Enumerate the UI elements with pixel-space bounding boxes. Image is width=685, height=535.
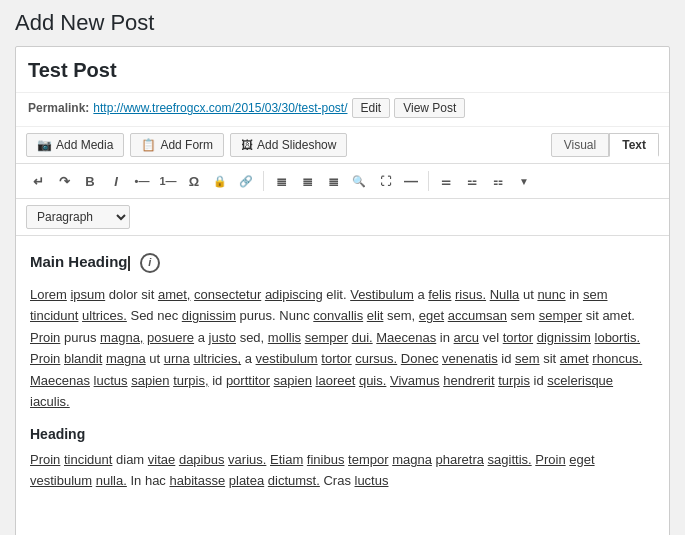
link-elit[interactable]: elit	[367, 308, 384, 323]
link-sapien2[interactable]: sapien	[274, 373, 312, 388]
link-risus[interactable]: risus.	[455, 287, 486, 302]
link-semper2[interactable]: semper	[305, 330, 348, 345]
link-varius[interactable]: varius.	[228, 452, 266, 467]
numbered-list-button[interactable]: 1—	[156, 169, 180, 193]
link-tincidunt[interactable]: tincidunt	[30, 308, 78, 323]
link-vestibulum[interactable]: Vestibulum	[350, 287, 414, 302]
link-dictumst[interactable]: dictumst.	[268, 473, 320, 488]
link-cursus[interactable]: cursus.	[355, 351, 397, 366]
link-quis[interactable]: quis.	[359, 373, 386, 388]
link-semper[interactable]: semper	[539, 308, 582, 323]
link-felis[interactable]: felis	[428, 287, 451, 302]
link-lobortis[interactable]: lobortis.	[595, 330, 641, 345]
link-amet[interactable]: amet,	[158, 287, 191, 302]
link-lorem[interactable]: Lorem	[30, 287, 67, 302]
italic-button[interactable]: I	[104, 169, 128, 193]
hr-button[interactable]: —	[399, 169, 423, 193]
more-options-button[interactable]: ▼	[512, 169, 536, 193]
link-vestibulum2[interactable]: vestibulum	[30, 473, 92, 488]
table-button-2[interactable]: ⚍	[460, 169, 484, 193]
view-post-button[interactable]: View Post	[394, 98, 465, 118]
image-button[interactable]: ⛶	[373, 169, 397, 193]
link-ipsum[interactable]: ipsum	[70, 287, 105, 302]
link-button[interactable]: 🔗	[234, 169, 258, 193]
link-maecenas[interactable]: Maecenas	[376, 330, 436, 345]
link-donec[interactable]: Donec	[401, 351, 439, 366]
post-title-input[interactable]	[28, 57, 657, 84]
tab-text[interactable]: Text	[609, 133, 659, 157]
link-proin4[interactable]: Proin	[535, 452, 565, 467]
link-finibus[interactable]: finibus	[307, 452, 345, 467]
link-adipiscing[interactable]: adipiscing	[265, 287, 323, 302]
undo-button[interactable]: ↵	[26, 169, 50, 193]
link-magna3[interactable]: magna	[392, 452, 432, 467]
omega-button[interactable]: Ω	[182, 169, 206, 193]
link-sem2[interactable]: sem	[515, 351, 540, 366]
add-slideshow-button[interactable]: 🖼 Add Slideshow	[230, 133, 347, 157]
redo-button[interactable]: ↷	[52, 169, 76, 193]
bullet-list-button[interactable]: •—	[130, 169, 154, 193]
link-luctus2[interactable]: luctus	[355, 473, 389, 488]
editor-body[interactable]: Main Heading Lorem ipsum dolor sit amet,…	[16, 236, 669, 535]
edit-permalink-button[interactable]: Edit	[352, 98, 391, 118]
link-eget[interactable]: eget	[419, 308, 444, 323]
link-dapibus[interactable]: dapibus	[179, 452, 225, 467]
link-rhoncus[interactable]: rhoncus.	[592, 351, 642, 366]
link-ultricies[interactable]: ultricies,	[193, 351, 241, 366]
align-right-button[interactable]: ≣	[321, 169, 345, 193]
align-center-button[interactable]: ≣	[295, 169, 319, 193]
link-arcu[interactable]: arcu	[454, 330, 479, 345]
link-vivamus[interactable]: Vivamus	[390, 373, 440, 388]
link-hendrerit[interactable]: hendrerit	[443, 373, 494, 388]
link-laoreet[interactable]: laoreet	[316, 373, 356, 388]
link-proin2[interactable]: Proin	[30, 351, 60, 366]
link-sem[interactable]: sem	[583, 287, 608, 302]
link-sagittis[interactable]: sagittis.	[488, 452, 532, 467]
align-left-button[interactable]: ≣	[269, 169, 293, 193]
link-iaculis[interactable]: iaculis.	[30, 394, 70, 409]
search-replace-button[interactable]: 🔍	[347, 169, 371, 193]
link-sapien[interactable]: sapien	[131, 373, 169, 388]
link-turpis2[interactable]: turpis	[498, 373, 530, 388]
link-convallis[interactable]: convallis	[313, 308, 363, 323]
link-turpis[interactable]: turpis,	[173, 373, 208, 388]
link-dignissim[interactable]: dignissim	[182, 308, 236, 323]
link-maecenas2[interactable]: Maecenas	[30, 373, 90, 388]
link-dui[interactable]: dui.	[352, 330, 373, 345]
link-etiam[interactable]: Etiam	[270, 452, 303, 467]
link-magna2[interactable]: magna	[106, 351, 146, 366]
link-ultrices[interactable]: ultrices.	[82, 308, 127, 323]
link-tortor[interactable]: tortor	[503, 330, 533, 345]
link-proin[interactable]: Proin	[30, 330, 60, 345]
link-eget[interactable]: eget	[569, 452, 594, 467]
link-pharetra[interactable]: pharetra	[436, 452, 484, 467]
link-amet2[interactable]: amet	[560, 351, 589, 366]
link-proin3[interactable]: Proin	[30, 452, 60, 467]
link-consectetur[interactable]: consectetur	[194, 287, 261, 302]
link-justo[interactable]: justo	[209, 330, 236, 345]
link-porttitor[interactable]: porttitor	[226, 373, 270, 388]
paragraph-format-select[interactable]: Paragraph Heading 1 Heading 2 Heading 3 …	[26, 205, 130, 229]
link-urna[interactable]: urna	[164, 351, 190, 366]
link-habitasse[interactable]: habitasse	[169, 473, 225, 488]
link-nulla[interactable]: Nulla	[490, 287, 520, 302]
table-button-3[interactable]: ⚏	[486, 169, 510, 193]
link-magna[interactable]: magna,	[100, 330, 143, 345]
link-dignissim2[interactable]: dignissim	[537, 330, 591, 345]
link-luctus[interactable]: luctus	[94, 373, 128, 388]
link-vitae[interactable]: vitae	[148, 452, 175, 467]
lock-button[interactable]: 🔒	[208, 169, 232, 193]
link-nulla[interactable]: nulla.	[96, 473, 127, 488]
link-nunc[interactable]: nunc	[537, 287, 565, 302]
table-button-1[interactable]: ⚌	[434, 169, 458, 193]
link-posuere[interactable]: posuere	[147, 330, 194, 345]
link-blandit[interactable]: blandit	[64, 351, 102, 366]
link-mollis[interactable]: mollis	[268, 330, 301, 345]
link-accumsan[interactable]: accumsan	[448, 308, 507, 323]
link-scelerisque[interactable]: scelerisque	[547, 373, 613, 388]
bold-button[interactable]: B	[78, 169, 102, 193]
add-form-button[interactable]: 📋 Add Form	[130, 133, 224, 157]
link-tortor2[interactable]: tortor	[321, 351, 351, 366]
tab-visual[interactable]: Visual	[551, 133, 609, 157]
link-platea[interactable]: platea	[229, 473, 264, 488]
